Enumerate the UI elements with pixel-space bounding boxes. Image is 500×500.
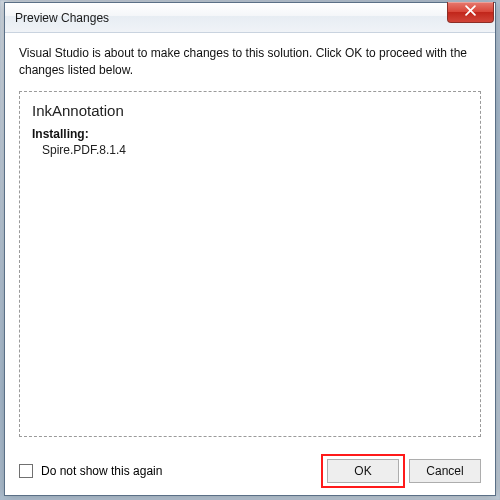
do-not-show-checkbox[interactable]: Do not show this again	[19, 464, 162, 478]
preview-changes-dialog: Preview Changes Visual Studio is about t…	[4, 2, 496, 496]
dialog-title: Preview Changes	[15, 11, 109, 25]
checkbox-box	[19, 464, 33, 478]
dialog-footer: Do not show this again OK Cancel	[19, 459, 481, 483]
ok-button[interactable]: OK	[327, 459, 399, 483]
project-name: InkAnnotation	[32, 102, 468, 119]
cancel-button[interactable]: Cancel	[409, 459, 481, 483]
checkbox-label: Do not show this again	[41, 464, 162, 478]
changes-panel: InkAnnotation Installing: Spire.PDF.8.1.…	[19, 91, 481, 437]
close-icon	[465, 5, 476, 19]
installing-label: Installing:	[32, 127, 468, 141]
package-item: Spire.PDF.8.1.4	[42, 143, 468, 157]
close-button[interactable]	[447, 2, 494, 23]
dialog-body: Visual Studio is about to make changes t…	[5, 33, 495, 495]
cancel-button-label: Cancel	[426, 464, 463, 478]
titlebar[interactable]: Preview Changes	[5, 3, 495, 33]
intro-text: Visual Studio is about to make changes t…	[19, 45, 481, 79]
ok-button-label: OK	[354, 464, 371, 478]
